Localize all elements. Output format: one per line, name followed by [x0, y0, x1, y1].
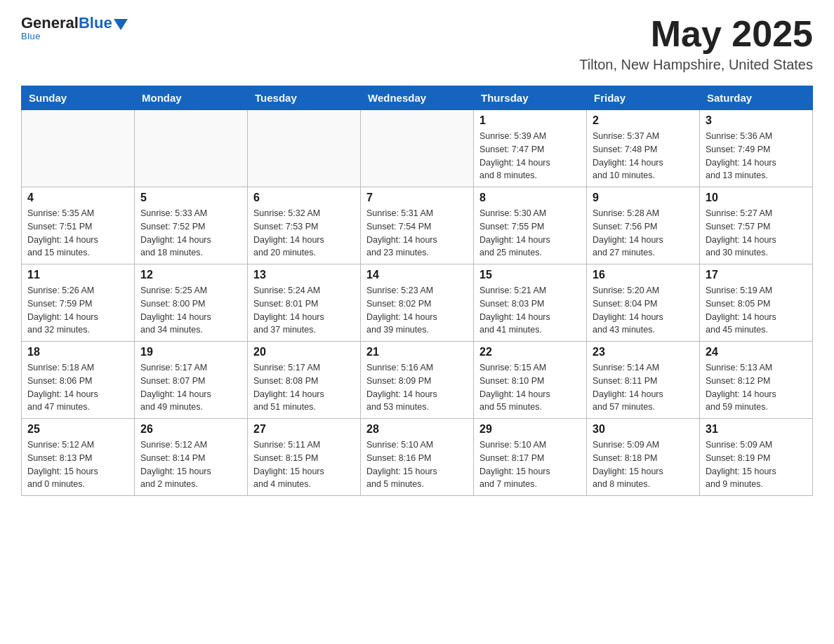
day-number: 23 [593, 346, 694, 358]
day-number: 1 [479, 114, 581, 127]
day-info: Sunrise: 5:36 AMSunset: 7:49 PMDaylight:… [706, 130, 807, 182]
day-number: 10 [706, 192, 807, 204]
day-number: 3 [706, 114, 807, 127]
calendar-week-row: 25Sunrise: 5:12 AMSunset: 8:13 PMDayligh… [22, 419, 813, 496]
weekday-header-wednesday: Wednesday [361, 86, 474, 110]
day-number: 13 [253, 269, 355, 281]
calendar-cell: 22Sunrise: 5:15 AMSunset: 8:10 PMDayligh… [474, 342, 587, 419]
calendar-cell: 6Sunrise: 5:32 AMSunset: 7:53 PMDaylight… [248, 187, 361, 264]
day-info: Sunrise: 5:18 AMSunset: 8:06 PMDaylight:… [27, 361, 128, 414]
calendar-cell: 27Sunrise: 5:11 AMSunset: 8:15 PMDayligh… [248, 419, 361, 496]
day-info: Sunrise: 5:37 AMSunset: 7:48 PMDaylight:… [593, 130, 694, 182]
calendar-week-row: 11Sunrise: 5:26 AMSunset: 7:59 PMDayligh… [22, 264, 813, 342]
calendar-cell: 21Sunrise: 5:16 AMSunset: 8:09 PMDayligh… [361, 342, 474, 419]
weekday-header-thursday: Thursday [474, 86, 587, 110]
day-number: 28 [366, 423, 468, 436]
day-info: Sunrise: 5:26 AMSunset: 7:59 PMDaylight:… [27, 284, 128, 337]
day-info: Sunrise: 5:25 AMSunset: 8:00 PMDaylight:… [140, 284, 241, 337]
calendar-cell: 14Sunrise: 5:23 AMSunset: 8:02 PMDayligh… [361, 264, 474, 342]
day-number: 18 [27, 346, 128, 358]
day-info: Sunrise: 5:17 AMSunset: 8:07 PMDaylight:… [140, 361, 241, 414]
day-number: 31 [706, 423, 807, 436]
calendar-cell: 5Sunrise: 5:33 AMSunset: 7:52 PMDaylight… [135, 187, 248, 264]
calendar-week-row: 1Sunrise: 5:39 AMSunset: 7:47 PMDaylight… [22, 110, 813, 187]
logo: General Blue Blue [21, 14, 128, 41]
day-number: 30 [593, 423, 694, 436]
calendar-cell: 12Sunrise: 5:25 AMSunset: 8:00 PMDayligh… [135, 264, 248, 342]
calendar-cell [22, 110, 135, 187]
calendar-cell: 16Sunrise: 5:20 AMSunset: 8:04 PMDayligh… [587, 264, 700, 342]
day-info: Sunrise: 5:13 AMSunset: 8:12 PMDaylight:… [706, 361, 807, 414]
calendar-cell: 19Sunrise: 5:17 AMSunset: 8:07 PMDayligh… [135, 342, 248, 419]
location-title: Tilton, New Hampshire, United States [579, 57, 813, 73]
day-number: 8 [479, 192, 581, 204]
day-number: 19 [140, 346, 241, 358]
calendar-cell: 23Sunrise: 5:14 AMSunset: 8:11 PMDayligh… [587, 342, 700, 419]
title-block: May 2025 Tilton, New Hampshire, United S… [579, 14, 813, 73]
calendar-cell: 24Sunrise: 5:13 AMSunset: 8:12 PMDayligh… [700, 342, 813, 419]
day-number: 9 [593, 192, 694, 204]
calendar-cell: 13Sunrise: 5:24 AMSunset: 8:01 PMDayligh… [248, 264, 361, 342]
calendar-cell: 2Sunrise: 5:37 AMSunset: 7:48 PMDaylight… [587, 110, 700, 187]
day-number: 26 [140, 423, 241, 436]
day-number: 7 [366, 192, 468, 204]
calendar-cell: 9Sunrise: 5:28 AMSunset: 7:56 PMDaylight… [587, 187, 700, 264]
logo-blue-text: Blue [79, 14, 112, 32]
day-info: Sunrise: 5:19 AMSunset: 8:05 PMDaylight:… [706, 284, 807, 337]
day-number: 2 [593, 114, 694, 127]
day-number: 16 [593, 269, 694, 281]
weekday-header-friday: Friday [587, 86, 700, 110]
calendar-week-row: 18Sunrise: 5:18 AMSunset: 8:06 PMDayligh… [22, 342, 813, 419]
day-number: 29 [479, 423, 581, 436]
day-info: Sunrise: 5:11 AMSunset: 8:15 PMDaylight:… [253, 438, 355, 491]
calendar-cell [248, 110, 361, 187]
calendar-cell: 3Sunrise: 5:36 AMSunset: 7:49 PMDaylight… [700, 110, 813, 187]
day-info: Sunrise: 5:31 AMSunset: 7:54 PMDaylight:… [366, 207, 468, 260]
day-number: 14 [366, 269, 468, 281]
day-info: Sunrise: 5:32 AMSunset: 7:53 PMDaylight:… [253, 207, 355, 260]
day-info: Sunrise: 5:33 AMSunset: 7:52 PMDaylight:… [140, 207, 241, 260]
calendar-week-row: 4Sunrise: 5:35 AMSunset: 7:51 PMDaylight… [22, 187, 813, 264]
day-info: Sunrise: 5:09 AMSunset: 8:19 PMDaylight:… [706, 438, 807, 491]
weekday-header-monday: Monday [135, 86, 248, 110]
day-number: 4 [27, 192, 128, 204]
month-title: May 2025 [579, 14, 813, 54]
day-info: Sunrise: 5:09 AMSunset: 8:18 PMDaylight:… [593, 438, 694, 491]
calendar-cell: 25Sunrise: 5:12 AMSunset: 8:13 PMDayligh… [22, 419, 135, 496]
calendar-cell: 4Sunrise: 5:35 AMSunset: 7:51 PMDaylight… [22, 187, 135, 264]
day-info: Sunrise: 5:27 AMSunset: 7:57 PMDaylight:… [706, 207, 807, 260]
day-info: Sunrise: 5:35 AMSunset: 7:51 PMDaylight:… [27, 207, 128, 260]
day-number: 25 [27, 423, 128, 436]
day-number: 15 [479, 269, 581, 281]
day-info: Sunrise: 5:39 AMSunset: 7:47 PMDaylight:… [479, 130, 581, 182]
calendar-cell: 17Sunrise: 5:19 AMSunset: 8:05 PMDayligh… [700, 264, 813, 342]
day-number: 24 [706, 346, 807, 358]
calendar-table: SundayMondayTuesdayWednesdayThursdayFrid… [21, 86, 813, 496]
day-info: Sunrise: 5:12 AMSunset: 8:13 PMDaylight:… [27, 438, 128, 491]
weekday-header-tuesday: Tuesday [248, 86, 361, 110]
calendar-cell: 11Sunrise: 5:26 AMSunset: 7:59 PMDayligh… [22, 264, 135, 342]
day-info: Sunrise: 5:14 AMSunset: 8:11 PMDaylight:… [593, 361, 694, 414]
day-info: Sunrise: 5:10 AMSunset: 8:16 PMDaylight:… [366, 438, 468, 491]
day-info: Sunrise: 5:30 AMSunset: 7:55 PMDaylight:… [479, 207, 581, 260]
day-number: 12 [140, 269, 241, 281]
day-info: Sunrise: 5:16 AMSunset: 8:09 PMDaylight:… [366, 361, 468, 414]
calendar-cell [135, 110, 248, 187]
day-info: Sunrise: 5:21 AMSunset: 8:03 PMDaylight:… [479, 284, 581, 337]
day-info: Sunrise: 5:23 AMSunset: 8:02 PMDaylight:… [366, 284, 468, 337]
page-header: General Blue Blue May 2025 Tilton, New H… [21, 14, 813, 73]
day-number: 20 [253, 346, 355, 358]
day-info: Sunrise: 5:15 AMSunset: 8:10 PMDaylight:… [479, 361, 581, 414]
day-info: Sunrise: 5:24 AMSunset: 8:01 PMDaylight:… [253, 284, 355, 337]
calendar-cell: 28Sunrise: 5:10 AMSunset: 8:16 PMDayligh… [361, 419, 474, 496]
weekday-header-saturday: Saturday [700, 86, 813, 110]
calendar-cell: 18Sunrise: 5:18 AMSunset: 8:06 PMDayligh… [22, 342, 135, 419]
calendar-cell: 15Sunrise: 5:21 AMSunset: 8:03 PMDayligh… [474, 264, 587, 342]
logo-underline: Blue [21, 31, 41, 41]
calendar-cell: 30Sunrise: 5:09 AMSunset: 8:18 PMDayligh… [587, 419, 700, 496]
calendar-cell: 29Sunrise: 5:10 AMSunset: 8:17 PMDayligh… [474, 419, 587, 496]
calendar-header-row: SundayMondayTuesdayWednesdayThursdayFrid… [22, 86, 813, 110]
day-number: 6 [253, 192, 355, 204]
day-number: 5 [140, 192, 241, 204]
day-number: 17 [706, 269, 807, 281]
